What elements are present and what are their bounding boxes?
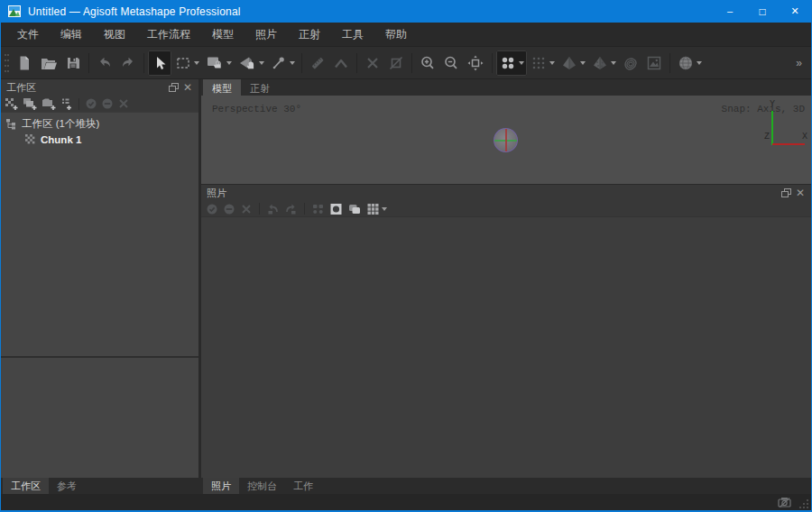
zoom-in-button[interactable]: [416, 50, 439, 76]
status-camera-icon[interactable]: [778, 497, 793, 508]
tree-item-workspace-root[interactable]: 工作区 (1个堆块): [1, 116, 198, 132]
chevron-down-icon: [194, 61, 199, 65]
maximize-button[interactable]: □: [746, 0, 779, 23]
enable-camera-icon[interactable]: [206, 203, 218, 215]
undo-button[interactable]: [93, 50, 116, 76]
float-pane-button[interactable]: [779, 186, 793, 200]
main-toolbar: »: [1, 47, 811, 79]
show-masks-icon[interactable]: [329, 203, 343, 215]
show-mesh-button[interactable]: [558, 50, 588, 76]
show-point-cloud-button[interactable]: [496, 50, 527, 76]
chevron-down-icon: [697, 61, 702, 65]
tree-item-chunk[interactable]: Chunk 1: [1, 132, 198, 147]
new-document-button[interactable]: [13, 50, 36, 76]
redo-icon: [119, 54, 137, 72]
toolbar-overflow-button[interactable]: »: [790, 57, 807, 69]
title-bar[interactable]: Untitled — Agisoft Metashape Professiona…: [1, 0, 811, 23]
pair-preselection-icon[interactable]: [311, 203, 325, 215]
workspace-panel: 工作区 ✕: [1, 79, 198, 478]
add-chunk-icon[interactable]: [5, 97, 19, 111]
save-project-button[interactable]: [61, 50, 85, 76]
tab-photos[interactable]: 照片: [203, 478, 239, 494]
show-textured-mesh-button[interactable]: [588, 50, 619, 76]
add-marker-button[interactable]: [267, 50, 298, 76]
tab-reference[interactable]: 参考: [49, 478, 85, 494]
float-pane-button[interactable]: [166, 80, 180, 95]
close-button[interactable]: ✕: [779, 0, 811, 23]
viewport-tab-bar: 模型 正射: [201, 79, 811, 96]
tab-jobs[interactable]: 工作: [285, 478, 321, 494]
show-layers-icon[interactable]: [347, 203, 362, 215]
model-viewport[interactable]: Perspective 30° Snap: Axis, 3D Y Z X: [201, 96, 811, 184]
measure-angle-button[interactable]: [329, 50, 353, 76]
dem-contour-icon: [622, 54, 640, 72]
remove-item-icon[interactable]: [117, 97, 130, 110]
enable-item-icon[interactable]: [85, 97, 97, 110]
menu-file[interactable]: 文件: [6, 23, 50, 47]
chevron-down-icon: [259, 61, 264, 65]
ruler-button[interactable]: [306, 50, 329, 76]
undo-icon: [96, 54, 114, 72]
chunk-icon: [24, 133, 36, 145]
mesh-icon: [560, 54, 578, 72]
dense-cloud-icon: [530, 54, 548, 72]
photos-content-area[interactable]: [201, 217, 811, 478]
show-globe-button[interactable]: [674, 50, 705, 76]
menu-help[interactable]: 帮助: [374, 23, 418, 47]
navigation-model-button[interactable]: [235, 50, 267, 76]
menu-tools[interactable]: 工具: [331, 23, 374, 47]
minimize-button[interactable]: –: [714, 0, 746, 23]
delete-selection-button[interactable]: [361, 50, 384, 76]
add-folder-icon[interactable]: [42, 97, 57, 111]
resize-region-button[interactable]: [384, 50, 408, 76]
resize-grip[interactable]: [798, 498, 809, 509]
zoom-out-button[interactable]: [439, 50, 463, 76]
float-pane-icon: [169, 83, 179, 92]
rotate-right-icon[interactable]: [284, 203, 298, 215]
show-dense-cloud-button[interactable]: [527, 50, 558, 76]
close-pane-button[interactable]: ✕: [180, 80, 195, 95]
show-orthomosaic-button[interactable]: [642, 50, 666, 76]
menu-model[interactable]: 模型: [201, 23, 245, 47]
menu-workflow[interactable]: 工作流程: [136, 23, 201, 47]
chevron-down-icon: [226, 61, 232, 65]
close-pane-button[interactable]: ✕: [793, 186, 807, 200]
navigation-photo-button[interactable]: [202, 50, 235, 76]
selection-arrow-button[interactable]: [148, 50, 171, 76]
tab-model[interactable]: 模型: [203, 79, 241, 96]
view-mode-button[interactable]: [366, 203, 387, 215]
add-photos-icon[interactable]: [23, 97, 38, 111]
orthomosaic-icon: [645, 54, 663, 72]
toolbar-separator: [143, 53, 144, 73]
redo-button[interactable]: [116, 50, 140, 76]
tab-workspace[interactable]: 工作区: [3, 478, 49, 494]
menu-photo[interactable]: 照片: [245, 23, 288, 47]
tree-item-label: 工作区 (1个堆块): [22, 117, 99, 131]
workspace-pane-header: 工作区 ✕: [1, 79, 198, 96]
chevron-down-icon: [549, 61, 555, 65]
textured-mesh-icon: [591, 54, 609, 72]
menu-ortho[interactable]: 正射: [288, 23, 331, 47]
toolbar-separator: [411, 53, 412, 73]
tab-ortho[interactable]: 正射: [241, 79, 279, 96]
menu-edit[interactable]: 编辑: [50, 23, 93, 47]
axis-y-label: Y: [770, 99, 775, 109]
remove-camera-icon[interactable]: [240, 203, 253, 215]
photo-pan-icon: [205, 54, 225, 72]
fit-view-button[interactable]: [463, 50, 488, 76]
batch-process-icon[interactable]: [60, 97, 73, 111]
open-project-button[interactable]: [36, 50, 61, 76]
chevron-down-icon: [290, 61, 295, 65]
show-dem-button[interactable]: [619, 50, 642, 76]
disable-camera-icon[interactable]: [223, 203, 235, 215]
toolbar-separator: [356, 53, 357, 73]
main-area: 工作区 ✕: [1, 79, 811, 478]
disable-item-icon[interactable]: [101, 97, 114, 110]
cursor-arrow-icon: [151, 54, 169, 72]
rectangle-selection-button[interactable]: [171, 50, 202, 76]
rotate-left-icon[interactable]: [266, 203, 280, 215]
tab-console[interactable]: 控制台: [239, 478, 285, 494]
toolbar-separator: [88, 53, 89, 73]
menu-view[interactable]: 视图: [93, 23, 136, 47]
toolbar-drag-handle[interactable]: [3, 50, 11, 77]
